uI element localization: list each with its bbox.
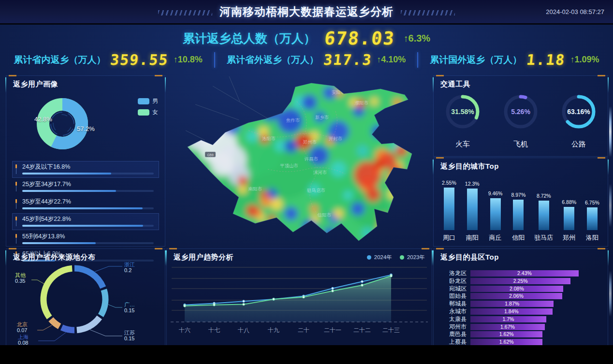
panel-destination-counties: 返乡目的县区Top 洛龙区2.43%卧龙区2.25%宛城区2.08%固始县2.0… xyxy=(433,248,608,346)
corner-accent-icon xyxy=(436,75,444,76)
panel-transport: 交通工具 31.58%火车5.26%飞机63.16%公路 xyxy=(433,75,608,157)
kpi-item-province-outside: 累计省外返乡（万人） 317.3 ↑4.10% xyxy=(215,51,417,68)
kpi-total-delta: ↑6.3% xyxy=(404,33,431,44)
county-bar: 2.43% xyxy=(470,270,579,277)
kpi-total-value: 678.03 xyxy=(323,28,396,49)
gauge-3: 63.16%公路 xyxy=(552,92,605,149)
county-row: 鹿邑县1.62% xyxy=(439,331,602,337)
origin-donut-chart: 浙江0.2广…0.15江苏0.15上海0.08北京0.07其他0.35 xyxy=(6,249,165,345)
city-bar-column: 6.75%洛阳 xyxy=(585,177,599,242)
female-swatch-icon xyxy=(138,109,149,116)
map-city-label: 驻马店市 xyxy=(307,188,326,193)
county-label: 鹿邑县 xyxy=(439,330,467,338)
kpi-value: 359.55 xyxy=(110,51,170,68)
header-stripes-right-icon xyxy=(401,10,455,15)
county-bar-track: 1.67% xyxy=(470,324,579,330)
age-row: 35岁至44岁22.7% xyxy=(12,196,159,213)
svg-text:十八: 十八 xyxy=(238,327,249,334)
map-city-label: 郑州市 xyxy=(303,139,317,145)
gauge-label: 火车 xyxy=(436,140,489,149)
kpi-item-abroad: 累计国外返乡（万人） 1.18 ↑1.09% xyxy=(418,51,611,68)
corner-accent-icon xyxy=(598,75,605,76)
county-label: 永城市 xyxy=(439,307,467,316)
city-bar-value: 9.46% xyxy=(488,190,503,196)
corner-accent-icon xyxy=(422,248,429,249)
legend-item-male[interactable]: 男 xyxy=(138,97,158,105)
kpi-sub-row: 累计省内返乡（万人） 359.55 ↑10.8% 累计省外返乡（万人） 317.… xyxy=(0,51,613,68)
transport-gauges: 31.58%火车5.26%飞机63.16%公路 xyxy=(434,92,608,149)
panel-origin-distribution: 返乡用户省外来源地分布 浙江0.2广…0.15江苏0.15上海0.08北京0.0… xyxy=(6,248,165,346)
age-bar-fill xyxy=(22,242,96,244)
kpi-label: 累计省外返乡（万人） xyxy=(227,54,319,66)
svg-text:63.16%: 63.16% xyxy=(567,108,590,116)
svg-text:十九: 十九 xyxy=(268,327,279,334)
county-row: 郸城县1.87% xyxy=(439,301,602,307)
map-city-label: 濮阳市 xyxy=(355,100,369,105)
map-city-label: 平顶山市 xyxy=(280,163,299,168)
kpi-delta: ↑1.09% xyxy=(570,55,599,65)
city-bar-name: 南阳 xyxy=(466,233,479,242)
age-bar-fill xyxy=(22,190,116,192)
legend-item-female[interactable]: 女 xyxy=(138,108,158,116)
county-bar: 1.87% xyxy=(470,301,554,307)
panel-title-cities: 返乡目的城市Top xyxy=(440,162,499,171)
gauge-label: 飞机 xyxy=(494,140,547,149)
county-bar: 1.62% xyxy=(470,331,542,337)
city-bar xyxy=(564,207,574,230)
age-label: 25岁至34岁17.7% xyxy=(22,180,154,189)
county-row: 卧龙区2.25% xyxy=(439,278,602,284)
county-bar-track: 1.7% xyxy=(470,316,579,322)
city-bar xyxy=(467,189,478,230)
age-bar-fill xyxy=(22,173,111,175)
kpi-item-province-inside: 累计省内返乡（万人） 359.55 ↑10.8% xyxy=(2,51,214,68)
origin-label: 北京0.07 xyxy=(17,321,28,333)
city-bar-name: 驻马店 xyxy=(534,233,553,242)
legend-item-2023[interactable]: 2023年 xyxy=(400,254,425,261)
age-bar-track xyxy=(22,207,154,209)
county-bar-value: 2.43% xyxy=(470,270,579,277)
kpi-value: 317.3 xyxy=(322,51,373,68)
city-bar-chart: 2.55%周口12.3%南阳9.46%商丘8.97%信阳8.72%驻马店6.88… xyxy=(438,177,604,242)
gauge-1: 31.58%火车 xyxy=(436,92,489,149)
county-bar-track: 1.84% xyxy=(470,308,579,315)
corner-accent-icon xyxy=(598,248,605,249)
county-bar: 2.06% xyxy=(470,293,562,299)
origin-label: 浙江0.2 xyxy=(124,262,135,273)
edge-circuit-decor-icon xyxy=(609,106,612,157)
origin-label-name: 浙江 xyxy=(124,262,135,267)
city-bar-column: 8.97%信阳 xyxy=(511,177,525,242)
henan-heatmap-svg: 安阳市濮阳市新乡市焦作市郑州市开封市洛阳市三门峡市许昌市平顶山市漯河市南阳市驻马… xyxy=(166,73,431,248)
city-bar-value: 8.72% xyxy=(537,193,551,199)
svg-text:5.26%: 5.26% xyxy=(511,108,530,116)
dashboard-bg: 河南移动梧桐大数据春运返乡分析 2024-02-03 08:57:27 累计返乡… xyxy=(0,0,613,345)
corner-accent-icon xyxy=(598,157,605,159)
city-bar-column: 12.3%南阳 xyxy=(465,177,480,242)
county-bar: 1.7% xyxy=(470,316,546,322)
legend-item-2024[interactable]: 2024年 xyxy=(367,254,392,261)
city-bar-name: 信阳 xyxy=(512,233,525,242)
age-bar-track xyxy=(22,173,154,175)
county-row: 上蔡县1.62% xyxy=(439,339,602,345)
city-bar-name: 商丘 xyxy=(489,233,502,242)
county-row: 永城市1.84% xyxy=(439,308,602,315)
county-bar-value: 1.62% xyxy=(470,331,542,337)
map-city-label: 新乡市 xyxy=(315,115,329,120)
county-label: 固始县 xyxy=(439,292,467,300)
gender-donut-chart xyxy=(30,92,94,156)
legend-label-male: 男 xyxy=(152,97,158,105)
map-city-label: 洛阳市 xyxy=(262,136,276,141)
county-label: 卧龙区 xyxy=(439,277,467,285)
panel-trend-analysis: 返乡用户趋势分析 2024年 2023年 十六十七十八十九二十二十一二十二二十三 xyxy=(166,248,432,346)
kpi-delta: ↑4.10% xyxy=(377,55,406,65)
gauge-label: 公路 xyxy=(552,140,605,149)
map-city-label: 焦作市 xyxy=(286,117,300,123)
city-bar-value: 8.97% xyxy=(511,192,525,198)
legend-label-2024: 2024年 xyxy=(374,254,392,261)
county-bar: 2.08% xyxy=(470,286,563,292)
kpi-total: 累计返乡总人数（万人） 678.03 ↑6.3% xyxy=(0,28,613,49)
county-bar-track: 2.25% xyxy=(470,278,579,284)
kpi-delta: ↑10.8% xyxy=(174,55,203,65)
panel-title-trend: 返乡用户趋势分析 xyxy=(174,253,234,262)
city-bar-value: 2.55% xyxy=(442,180,456,186)
city-bar xyxy=(587,207,598,230)
